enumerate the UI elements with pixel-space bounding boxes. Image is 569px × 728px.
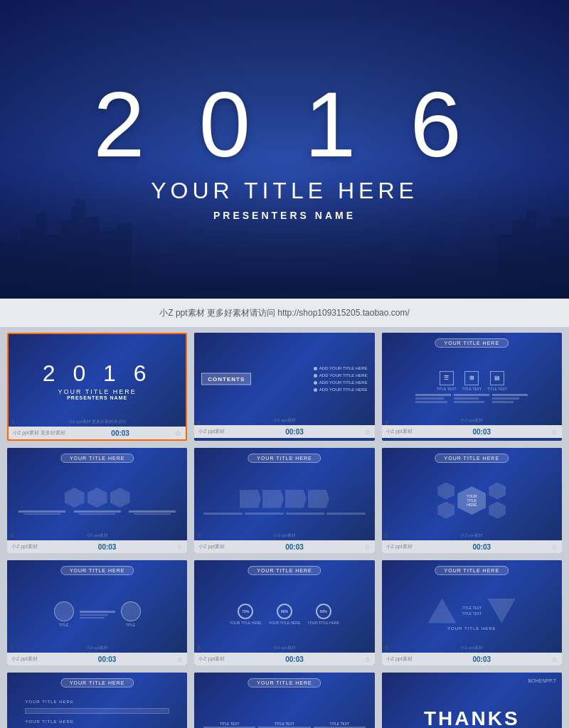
- icon-box-3: ▤: [490, 371, 504, 385]
- slide-5-bar-3: [286, 513, 325, 515]
- svg-rect-9: [117, 224, 132, 299]
- slide-6[interactable]: YOUR TITLE HERE YOURTITLEHERE 小Z ppt素材 小…: [382, 448, 562, 553]
- slide-5-bar-1: [203, 513, 243, 515]
- slide-9-bottom-label: YOUR TITLE HERE: [447, 626, 496, 631]
- slide-5-penta-2: [262, 490, 284, 508]
- slide-5[interactable]: YOUR TITLE HERE 小Z ppt素材 小Z ppt素材 00:03 …: [194, 448, 374, 553]
- slide-11-col-1-label: TITLE TEXT: [220, 722, 240, 726]
- prog-circle-3: 50%: [316, 604, 331, 619]
- slide-8[interactable]: YOUR TITLE HERE 70% YOUR TITLE HERE 80% …: [194, 560, 374, 665]
- slide-3[interactable]: YOUR TITLE HERE ☰ TITLE TEXT ⊞ TITLE TEX…: [382, 333, 562, 441]
- slide-8-progress: 70% YOUR TITLE HERE 80% YOUR TITLE HERE …: [230, 604, 339, 625]
- slide-9-watermark: 小Z ppt素材: [460, 645, 483, 651]
- slide-8-title: YOUR TITLE HERE: [248, 566, 321, 575]
- slide-4-hex-2: [87, 488, 107, 508]
- slide-4[interactable]: YOUR TITLE HERE 小Z: [7, 448, 187, 553]
- hero-year: 2 0 1 6: [93, 78, 476, 171]
- circle-2: [121, 601, 141, 621]
- slide-6-side-hex-1: [437, 483, 454, 500]
- circle-label-1: TITLE: [59, 623, 69, 627]
- slide-6-title: YOUR TITLE HERE: [435, 454, 509, 463]
- slide-5-star: ☆: [364, 543, 371, 551]
- slide-6-footer: 小Z ppt素材 00:03 ☆: [382, 540, 562, 553]
- slide-4-labels: [16, 510, 179, 515]
- slide-3-icon-2: ⊞ TITLE TEXT: [462, 371, 482, 391]
- slide-2-items: ADD YOUR TITLE HERE ADD YOUR TITLE HERE …: [314, 366, 368, 392]
- slide-8-time: 00:03: [285, 655, 304, 663]
- slide-7[interactable]: YOUR TITLE HERE TITLE TITLE 小Z ppt素材: [7, 560, 187, 665]
- slide-5-bar-4: [326, 513, 366, 515]
- slide-3-title: YOUR TITLE HERE: [435, 338, 509, 348]
- prog-label-3: YOUR TITLE HERE: [307, 621, 339, 625]
- slide-3-icon-3: ▤ TITLE TEXT: [487, 371, 507, 391]
- slide-9-bottom-title: YOUR TITLE HERE: [447, 626, 496, 631]
- slide-8-prog-1: 70% YOUR TITLE HERE: [230, 604, 262, 625]
- slide-5-labels: [203, 513, 366, 515]
- slide-2-item-4: ADD YOUR TITLE HERE: [314, 387, 368, 392]
- slide-8-prog-3: 50% YOUR TITLE HERE: [307, 604, 339, 625]
- slide-2-time: 00:03: [285, 428, 304, 436]
- slide-1-footer: 小Z ppt素材 更多好素材 00:03 ☆: [9, 427, 186, 439]
- slide-8-num: 8: [197, 644, 201, 651]
- slide-6-watermark: 小Z ppt素材: [460, 532, 483, 539]
- slide-7-title: YOUR TITLE HERE: [60, 566, 134, 575]
- slide-9-inner: YOUR TITLE HERE TITLE TEXT TITLE TEXT YO…: [382, 560, 562, 653]
- slide-11-col-3-label: TITLE TEXT: [329, 722, 349, 726]
- slide-9[interactable]: YOUR TITLE HERE TITLE TEXT TITLE TEXT YO…: [382, 560, 562, 665]
- slide-6-right: [489, 483, 506, 519]
- slide-2-item-3: ADD YOUR TITLE HERE: [314, 380, 368, 385]
- slide-1-star: ☆: [175, 429, 181, 437]
- slide-2-watermark: 小Z ppt素材: [273, 417, 296, 424]
- slide-4-label-1: [16, 510, 68, 515]
- slide-2-item-2: ADD YOUR TITLE HERE: [314, 373, 368, 378]
- icon-box-1: ☰: [440, 371, 454, 385]
- slide-11-col-3: TITLE TEXT: [314, 722, 366, 729]
- prog-circle-1: 70%: [238, 604, 253, 619]
- slide-11-table: TITLE TEXT TITLE TEXT TITLE TEXT: [203, 722, 366, 729]
- slide-7-inner: YOUR TITLE HERE TITLE TITLE 小Z ppt素材: [7, 560, 187, 653]
- slide-4-time: 00:03: [98, 543, 117, 551]
- slide-4-hex-3: [110, 488, 130, 508]
- slide-4-label-3: [126, 510, 178, 515]
- slide-10[interactable]: YOUR TITLE HERE YOUR TITLE HERE YOUR TIT…: [7, 673, 187, 728]
- slide-12-thanks: THANKS: [424, 707, 520, 728]
- slide-10-inner: YOUR TITLE HERE YOUR TITLE HERE YOUR TIT…: [7, 673, 187, 728]
- slide-1-footer-text: 小Z ppt素材 更多好素材: [13, 429, 65, 437]
- center-text-bar-2: [80, 614, 108, 616]
- slide-8-footer: 小Z ppt素材 00:03 ☆: [194, 653, 374, 665]
- slide-11[interactable]: YOUR TITLE HERE TITLE TEXT TITLE TEXT TI…: [194, 673, 374, 728]
- icon-label-2: TITLE TEXT: [462, 387, 482, 391]
- slide-3-watermark: 小Z ppt素材: [460, 417, 483, 424]
- slide-6-left: [437, 483, 454, 519]
- slide-8-prog-2: 80% YOUR TITLE HERE: [269, 604, 301, 625]
- slide-1-time: 00:03: [111, 429, 129, 437]
- slide-8-watermark: 小Z ppt素材: [273, 645, 296, 651]
- slide-12[interactable]: BOHENPP.T THANKS 小Z ppt素材 小Z ppt素材 00:03…: [382, 673, 562, 728]
- slide-2[interactable]: CONTENTS ADD YOUR TITLE HERE ADD YOUR TI…: [194, 333, 374, 441]
- slide-3-time: 00:03: [473, 428, 491, 436]
- slide-3-footer: 小Z ppt素材 00:03 ☆: [382, 425, 562, 438]
- hero-presenter: PRESENTERS NAME: [93, 210, 476, 221]
- slide-4-title: YOUR TITLE HERE: [60, 454, 134, 463]
- slide-4-watermark: 小Z ppt素材: [86, 532, 109, 539]
- hero-title: YOUR TITLE HERE: [93, 178, 476, 204]
- slide-6-footer-text: 小Z ppt素材: [386, 543, 413, 550]
- slide-8-footer-text: 小Z ppt素材: [198, 655, 225, 663]
- credit-bar: 小Z ppt素材 更多好素材请访问 http://shop109315205.t…: [0, 299, 569, 327]
- slide-3-icons: ☰ TITLE TEXT ⊞ TITLE TEXT ▤ TITLE TEXT: [437, 371, 507, 391]
- slide-12-inner: BOHENPP.T THANKS 小Z ppt素材: [382, 673, 562, 728]
- slide-3-col-3: [492, 394, 528, 403]
- hero-content: 2 0 1 6 YOUR TITLE HERE PRESENTERS NAME: [93, 78, 476, 221]
- slide-5-penta-3: [285, 490, 307, 508]
- slide-7-star: ☆: [176, 655, 183, 663]
- slide-11-col-1: TITLE TEXT: [203, 722, 255, 729]
- slide-10-title: YOUR TITLE HERE: [60, 678, 134, 687]
- slide-1-watermark: 小Z ppt素材 更多好素材请访问: [68, 419, 126, 425]
- slide-7-center-text: [80, 601, 115, 627]
- slide-7-num: 7: [10, 644, 14, 651]
- slide-11-col-2: TITLE TEXT: [258, 722, 310, 729]
- icon-label-1: TITLE TEXT: [437, 387, 457, 391]
- slide-7-footer: 小Z ppt素材 00:03 ☆: [7, 653, 187, 665]
- slide-4-footer: 小Z ppt素材 00:03 ☆: [7, 540, 187, 553]
- slide-1[interactable]: 2 0 1 6 YOUR TITLE HERE PRESENTERS NAME …: [7, 333, 187, 441]
